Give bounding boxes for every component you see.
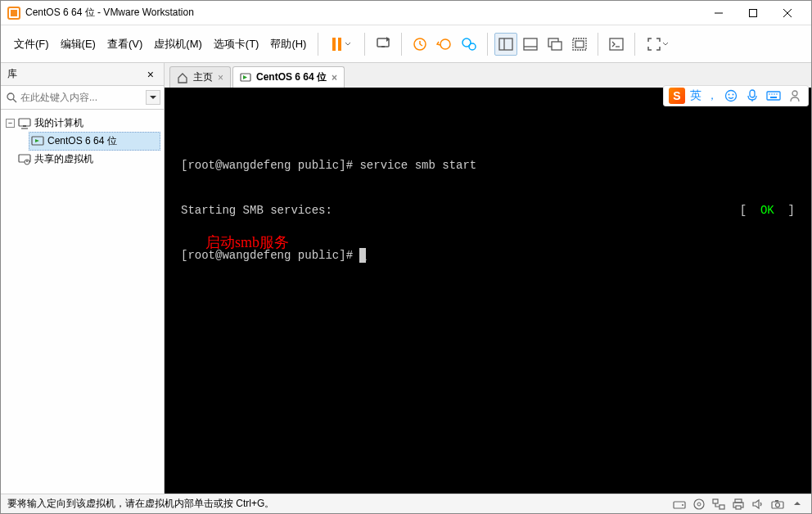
- toolbar-separator: [318, 33, 318, 56]
- svg-point-52: [769, 93, 770, 95]
- layout-single-icon: [523, 38, 538, 51]
- svg-rect-41: [735, 499, 742, 503]
- tree-node-mycomputer[interactable]: − 我的计算机: [4, 115, 160, 132]
- library-sidebar: 库 × − 我的计算机: [1, 63, 165, 494]
- svg-point-44: [776, 503, 780, 507]
- tree-node-centos[interactable]: CentOS 6 64 位: [29, 132, 160, 151]
- toolbar-separator: [634, 33, 635, 56]
- fullscreen-button[interactable]: [642, 33, 674, 56]
- sidebar-search-row: [1, 86, 164, 110]
- close-button[interactable]: [770, 2, 805, 25]
- camera-icon[interactable]: [770, 497, 785, 512]
- search-dropdown-button[interactable]: [146, 90, 160, 105]
- more-icon[interactable]: [790, 497, 805, 512]
- cd-icon[interactable]: [692, 497, 706, 512]
- svg-point-32: [26, 160, 28, 162]
- window-controls: [701, 2, 805, 25]
- svg-rect-3: [750, 9, 757, 16]
- tab-close-button[interactable]: ×: [218, 72, 223, 83]
- keyboard-icon[interactable]: [765, 88, 782, 104]
- tab-label: CentOS 6 64 位: [256, 70, 327, 84]
- main-area: 主页 × CentOS 6 64 位 × [root@wangdefeng pu…: [165, 63, 811, 494]
- tab-label: 主页: [193, 70, 213, 84]
- printer-icon[interactable]: [731, 497, 746, 512]
- pause-button[interactable]: [325, 33, 358, 56]
- shared-vm-icon: [18, 153, 31, 166]
- statusbar: 要将输入定向到该虚拟机，请在虚拟机内部单击或按 Ctrl+G。: [1, 494, 811, 513]
- home-icon: [177, 72, 188, 83]
- harddisk-icon[interactable]: [672, 497, 687, 512]
- smile-icon[interactable]: [723, 88, 739, 104]
- svg-rect-42: [736, 506, 741, 509]
- library-tree: − 我的计算机 CentOS 6 64 位 共享的虚: [1, 110, 164, 494]
- tabbar: 主页 × CentOS 6 64 位 ×: [165, 63, 811, 88]
- terminal-line: Starting SMB services:[ OK ]: [181, 203, 795, 218]
- revert-snapshot-button[interactable]: [433, 33, 456, 56]
- svg-point-37: [697, 503, 701, 506]
- terminal-line: [root@wangdefeng public]# service smb st…: [181, 158, 795, 173]
- computer-icon: [18, 117, 31, 130]
- svg-point-36: [694, 499, 704, 509]
- sidebar-title: 库: [7, 67, 144, 81]
- tab-close-button[interactable]: ×: [332, 72, 337, 83]
- vm-console[interactable]: [root@wangdefeng public]# service smb st…: [165, 88, 811, 494]
- status-message: 要将输入定向到该虚拟机，请在虚拟机内部单击或按 Ctrl+G。: [7, 497, 672, 511]
- tree-node-shared[interactable]: 共享的虚拟机: [4, 151, 160, 168]
- menu-file[interactable]: 文件(F): [9, 34, 54, 55]
- tab-centos[interactable]: CentOS 6 64 位 ×: [232, 66, 345, 88]
- mic-icon[interactable]: [744, 88, 760, 104]
- view-unity-button[interactable]: [568, 33, 591, 56]
- tree-label: 我的计算机: [34, 116, 83, 130]
- view-single-button[interactable]: [519, 33, 542, 56]
- svg-rect-1: [11, 10, 17, 16]
- svg-rect-26: [19, 119, 30, 126]
- svg-rect-45: [775, 500, 778, 502]
- layout-unity-icon: [572, 38, 587, 51]
- search-input[interactable]: [19, 89, 146, 106]
- clock-manage-icon: [461, 37, 477, 52]
- vm-running-icon: [240, 73, 251, 83]
- person-icon[interactable]: [787, 88, 803, 104]
- window-title: CentOS 6 64 位 - VMware Workstation: [25, 6, 701, 20]
- tab-home[interactable]: 主页 ×: [169, 66, 231, 88]
- menubar: 文件(F) 编辑(E) 查看(V) 虚拟机(M) 选项卡(T) 帮助(H): [1, 25, 811, 63]
- status-icons: [672, 497, 805, 512]
- svg-rect-22: [610, 38, 623, 50]
- ime-lang-label[interactable]: 英: [690, 88, 701, 103]
- toolbar-separator: [401, 33, 402, 56]
- view-quick-switch-button[interactable]: [544, 33, 566, 56]
- snapshot-manager-button[interactable]: [458, 33, 480, 56]
- menu-vm[interactable]: 虚拟机(M): [149, 34, 207, 55]
- vm-running-icon: [31, 135, 44, 148]
- send-ctrlaltdel-button[interactable]: [372, 33, 395, 56]
- svg-point-53: [771, 93, 773, 95]
- sound-icon[interactable]: [751, 497, 765, 512]
- menu-edit[interactable]: 编辑(E): [56, 34, 101, 55]
- svg-rect-14: [499, 38, 512, 50]
- maximize-button[interactable]: [736, 2, 770, 25]
- sidebar-close-button[interactable]: ×: [144, 66, 157, 83]
- menu-help[interactable]: 帮助(H): [265, 34, 311, 55]
- ime-punct-label[interactable]: ，: [706, 88, 718, 103]
- svg-point-24: [7, 93, 14, 100]
- sogou-ime-icon[interactable]: S: [669, 88, 685, 104]
- network-icon[interactable]: [711, 497, 726, 512]
- console-icon: [609, 38, 624, 51]
- menu-view[interactable]: 查看(V): [102, 34, 147, 55]
- view-thumbnails-button[interactable]: [494, 33, 517, 56]
- console-button[interactable]: [605, 33, 628, 56]
- content-area: 库 × − 我的计算机: [1, 63, 811, 494]
- tree-label: 共享的虚拟机: [34, 152, 93, 166]
- minimize-button[interactable]: [701, 2, 736, 25]
- layout-stack-icon: [548, 38, 562, 51]
- clock-revert-icon: [436, 37, 453, 52]
- ime-toolbar[interactable]: S 英 ，: [663, 85, 809, 106]
- svg-rect-51: [767, 92, 780, 100]
- svg-line-25: [13, 99, 16, 102]
- collapse-toggle[interactable]: −: [6, 119, 15, 128]
- menu-tabs[interactable]: 选项卡(T): [209, 34, 264, 55]
- titlebar: CentOS 6 64 位 - VMware Workstation: [1, 1, 811, 25]
- annotation-text: 启动smb服务: [205, 233, 289, 252]
- svg-rect-39: [720, 505, 724, 509]
- snapshot-button[interactable]: [408, 33, 431, 56]
